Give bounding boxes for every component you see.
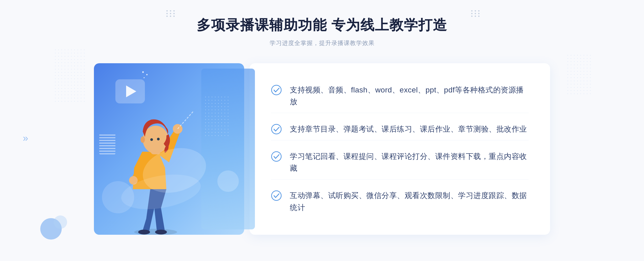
svg-point-8 [150, 138, 153, 141]
illustration-card [94, 63, 244, 235]
person-illustration [107, 90, 209, 235]
bg-dots-right [566, 54, 593, 96]
svg-point-1 [138, 230, 150, 234]
content-area: 支持视频、音频、flash、word、excel、ppt、pdf等各种格式的资源… [94, 63, 550, 235]
header-section: 多项录播课辅助功能 专为线上教学打造 学习进度全掌握，提升录播课教学效果 [0, 0, 644, 47]
deco-circle-small [217, 170, 239, 192]
features-panel: 支持视频、音频、flash、word、excel、ppt、pdf等各种格式的资源… [250, 63, 550, 235]
title-decoration-right [471, 10, 480, 17]
svg-point-13 [272, 85, 281, 95]
page-subtitle: 学习进度全掌握，提升录播课教学效果 [0, 39, 644, 47]
svg-point-9 [157, 138, 160, 140]
check-icon-3 [271, 151, 282, 162]
feature-text-4: 互动弹幕、试听购买、微信分享、观看次数限制、学习进度跟踪、数据统计 [290, 190, 529, 214]
svg-point-2 [155, 230, 167, 234]
svg-point-16 [272, 191, 281, 200]
title-decoration-left [166, 10, 175, 17]
check-icon-4 [271, 190, 282, 201]
bottom-circle-light [54, 215, 67, 229]
feature-item-1: 支持视频、音频、flash、word、excel、ppt、pdf等各种格式的资源… [271, 79, 529, 113]
left-navigation-arrow: » [23, 133, 28, 144]
check-icon-1 [271, 85, 282, 95]
feature-item-4: 互动弹幕、试听购买、微信分享、观看次数限制、学习进度跟踪、数据统计 [271, 185, 529, 219]
svg-point-7 [141, 136, 145, 143]
bg-dots-left [54, 48, 86, 102]
page-title: 多项录播课辅助功能 专为线上教学打造 [0, 16, 644, 34]
feature-text-3: 学习笔记回看、课程提问、课程评论打分、课件资料下载，重点内容收藏 [290, 151, 529, 175]
svg-point-15 [272, 152, 281, 161]
feature-item-2: 支持章节目录、弹题考试、课后练习、课后作业、章节测验、批改作业 [271, 118, 529, 140]
illustration-panel-right [201, 69, 255, 229]
check-icon-2 [271, 124, 282, 135]
page-container: » 多项录播课辅助功能 专为线上教学打造 学习进度全掌握，提升录播课教学效果 [0, 0, 644, 261]
svg-line-10 [178, 111, 193, 129]
svg-point-14 [272, 124, 281, 134]
feature-item-3: 学习笔记回看、课程提问、课程评论打分、课件资料下载，重点内容收藏 [271, 146, 529, 180]
feature-text-2: 支持章节目录、弹题考试、课后练习、课后作业、章节测验、批改作业 [290, 123, 527, 135]
feature-text-1: 支持视频、音频、flash、word、excel、ppt、pdf等各种格式的资源… [290, 84, 529, 108]
